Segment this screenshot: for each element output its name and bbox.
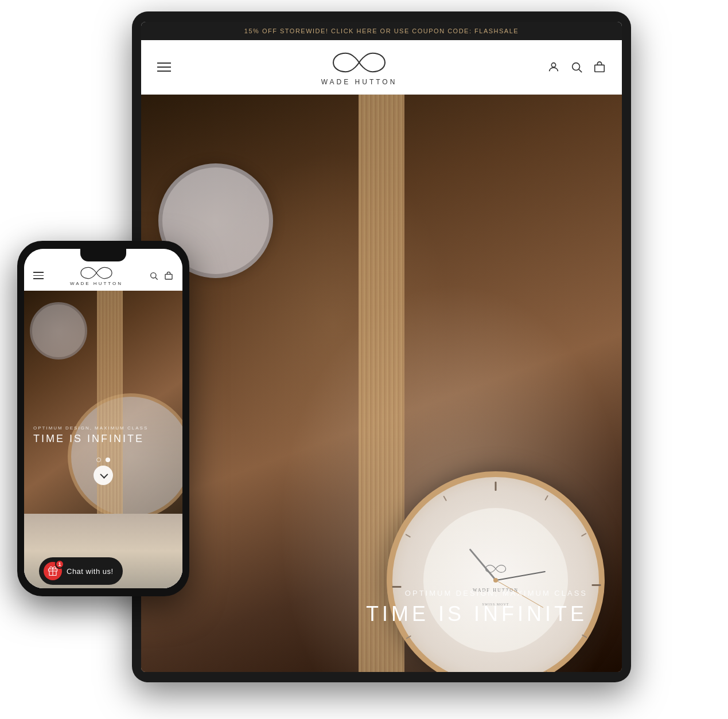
phone-brand-name: WADE HUTTON [70,281,123,286]
phone-hamburger-button[interactable] [33,272,44,279]
svg-point-4 [151,272,156,278]
svg-line-2 [579,69,582,72]
phone-search-icon[interactable] [149,271,158,280]
chat-label: Chat with us! [67,567,114,576]
phone-hero-title: TIME IS INFINITE [33,433,148,445]
tablet-screen: 15% OFF STOREWIDE! CLICK HERE OR USE COU… [141,22,622,672]
tablet-device: 15% OFF STOREWIDE! CLICK HERE OR USE COU… [132,11,631,682]
hero-subtitle: OPTIMUM DESIGN, MAXIMUM CLASS [366,589,587,597]
svg-rect-6 [165,274,172,279]
phone-device: WADE HUTTON OPTIMUM DESIGN, MAXIMUM CLAS… [17,241,189,596]
phone-hero-section: OPTIMUM DESIGN, MAXIMUM CLASS TIME IS IN… [24,291,182,514]
chevron-down-icon [100,471,108,479]
phone-brand-logo[interactable]: WADE HUTTON [70,265,123,286]
promo-bar[interactable]: 15% OFF STOREWIDE! CLICK HERE OR USE COU… [141,22,622,40]
chat-badge-count: 1 [58,561,61,567]
search-icon[interactable] [570,61,583,73]
promo-bar-text: 15% OFF STOREWIDE! CLICK HERE OR USE COU… [244,28,519,34]
tablet-navbar: WADE HUTTON [141,40,622,95]
phone-watch-bg [68,393,182,514]
brand-logo[interactable]: WADE HUTTON [321,48,398,86]
brand-name-label: WADE HUTTON [321,78,398,86]
phone-nav-icons [149,271,173,280]
watch-face: WADE HUTTON SWISS MOVT [423,508,568,652]
phone-screen: WADE HUTTON OPTIMUM DESIGN, MAXIMUM CLAS… [24,249,182,588]
chat-notification-badge: 1 [55,560,64,569]
nav-icons [547,61,606,73]
chat-widget[interactable]: 1 Chat with us! [39,557,123,585]
phone-cart-icon[interactable] [164,271,173,280]
phone-notch [80,249,126,261]
phone-hero-text-block: OPTIMUM DESIGN, MAXIMUM CLASS TIME IS IN… [33,425,148,445]
svg-point-0 [551,63,555,67]
account-icon[interactable] [547,61,560,73]
cart-icon[interactable] [593,61,606,73]
hero-title: TIME IS INFINITE [366,602,587,626]
phone-hero-subtitle: OPTIMUM DESIGN, MAXIMUM CLASS [33,425,148,431]
hero-text-block: OPTIMUM DESIGN, MAXIMUM CLASS TIME IS IN… [366,589,587,626]
svg-line-5 [155,278,158,280]
carousel-dot-1[interactable] [96,458,101,462]
tablet-hero-section: WADE HUTTON SWISS MOVT OPTIMUM DESIGN, M… [141,95,622,672]
scroll-down-button[interactable] [94,466,113,485]
chat-icon: 1 [44,562,62,580]
carousel-dot-2[interactable] [106,458,110,462]
svg-rect-3 [595,65,605,72]
hamburger-menu-button[interactable] [157,62,171,72]
phone-watch-small [30,302,87,360]
watch-center-dot [493,578,498,583]
svg-point-1 [573,63,580,71]
carousel-dots [96,458,110,462]
